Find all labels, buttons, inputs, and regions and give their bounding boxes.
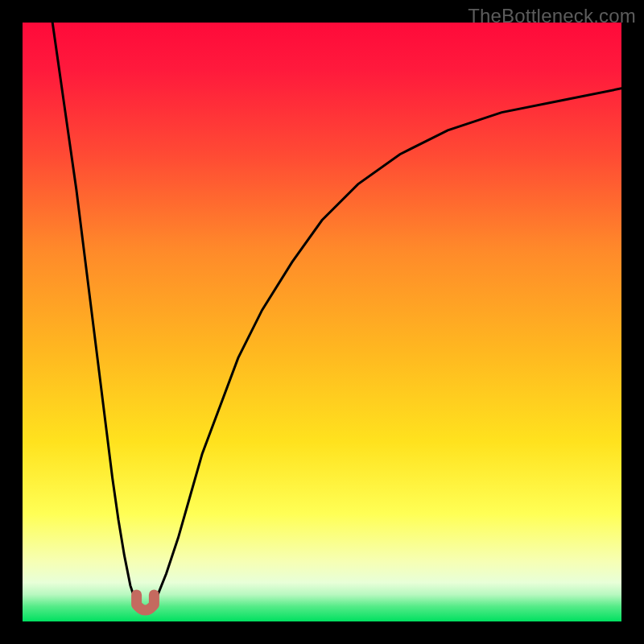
chart-plot-area: [23, 23, 621, 621]
chart-background: [23, 23, 621, 621]
chart-frame: TheBottleneck.com: [0, 0, 644, 644]
chart-svg: [23, 23, 621, 621]
